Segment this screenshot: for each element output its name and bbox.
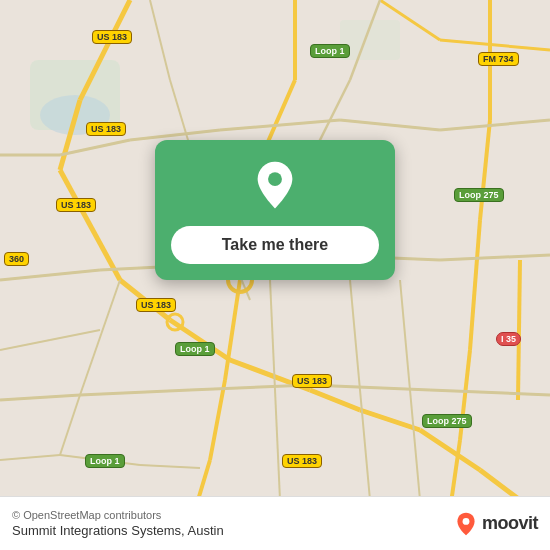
location-card: Take me there xyxy=(155,140,395,280)
attribution-text: © OpenStreetMap contributors xyxy=(12,509,224,521)
map-container: US 183 Loop 1 FM 734 US 183 US 183 Loop … xyxy=(0,0,550,550)
svg-line-25 xyxy=(518,260,520,400)
badge-360: 360 xyxy=(4,252,29,266)
badge-loop1-2: Loop 1 xyxy=(175,342,215,356)
badge-us183-2: US 183 xyxy=(86,122,126,136)
badge-us183-3: US 183 xyxy=(56,198,96,212)
moovit-brand-text: moovit xyxy=(482,513,538,534)
moovit-pin-icon xyxy=(454,512,478,536)
location-pin-icon xyxy=(249,160,301,212)
badge-us183-1: US 183 xyxy=(92,30,132,44)
badge-loop1-3: Loop 1 xyxy=(85,454,125,468)
badge-us183-6: US 183 xyxy=(282,454,322,468)
bottom-bar: © OpenStreetMap contributors Summit Inte… xyxy=(0,496,550,550)
take-me-there-button[interactable]: Take me there xyxy=(171,226,379,264)
badge-fm734: FM 734 xyxy=(478,52,519,66)
badge-loop275-1: Loop 275 xyxy=(454,188,504,202)
svg-point-63 xyxy=(463,518,470,525)
svg-point-62 xyxy=(268,172,282,186)
badge-us183-5: US 183 xyxy=(292,374,332,388)
badge-us183-4: US 183 xyxy=(136,298,176,312)
badge-loop275-2: Loop 275 xyxy=(422,414,472,428)
location-label: Summit Integrations Systems, Austin xyxy=(12,523,224,538)
badge-i35: I 35 xyxy=(496,332,521,346)
badge-loop1-1: Loop 1 xyxy=(310,44,350,58)
moovit-logo: moovit xyxy=(454,512,538,536)
